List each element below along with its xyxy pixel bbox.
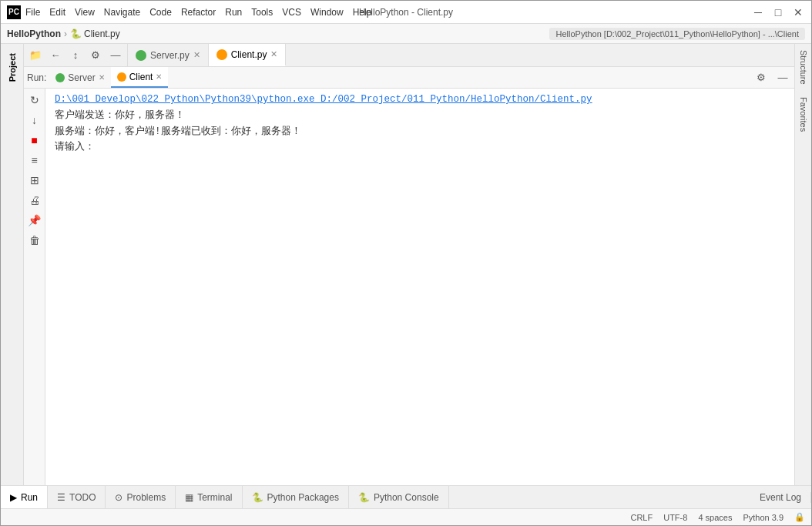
bottom-tab-terminal[interactable]: ▦ Terminal [176,486,242,508]
python-console-tab-label: Python Console [374,492,439,503]
back-icon-btn[interactable]: ← [47,47,64,64]
main-area: Project 📁 ← ↕ ⚙ — Server.py ✕ [1,44,811,485]
settings-icon-btn[interactable]: ⚙ [87,47,104,64]
status-bar: CRLF UTF-8 4 spaces Python 3.9 🔒 [1,508,811,525]
bottom-tab-run[interactable]: ▶ Run [1,486,48,508]
project-path-right: HelloPython [D:\002_Project\011_Python\H… [549,28,805,40]
client-run-close[interactable]: ✕ [156,72,162,81]
server-tab-icon [136,50,146,61]
tab-client-py[interactable]: Client.py ✕ [209,44,287,66]
output-path-link[interactable]: D:\001_Develop\022_Python\Python39\pytho… [55,94,592,105]
run-tab-server[interactable]: Server ✕ [49,67,110,88]
run-output: D:\001_Develop\022_Python\Python39\pytho… [45,89,794,485]
client-tab-close[interactable]: ✕ [270,49,277,59]
python-packages-tab-label: Python Packages [267,492,339,503]
expand-button[interactable]: ⊞ [26,172,43,189]
todo-icon: ☰ [57,492,65,503]
structure-tab[interactable]: Structure [797,44,810,91]
run-left-toolbar: ↻ ↓ ■ ≡ ⊞ 🖨 📌 🗑 [24,89,45,485]
indent-status[interactable]: 4 spaces [698,513,732,522]
run-panel: Run: Server ✕ Client ✕ ⚙ — [24,67,794,485]
app-logo: PC [7,5,21,19]
menu-tools[interactable]: Tools [251,7,273,18]
run-gear-icon[interactable]: ⚙ [753,69,770,86]
window-title: HelloPython - Client.py [359,7,453,18]
bottom-tab-todo[interactable]: ☰ TODO [48,486,106,508]
minimize-button[interactable]: ─ [751,5,765,19]
dash-icon-btn[interactable]: — [107,47,124,64]
server-tab-close[interactable]: ✕ [193,50,200,60]
server-run-close[interactable]: ✕ [99,73,105,82]
event-log-label: Event Log [760,492,801,503]
event-log-tab[interactable]: Event Log [750,492,811,503]
project-bar: HelloPython › 🐍 Client.py HelloPython [D… [1,24,811,44]
client-tab-label: Client.py [231,49,267,60]
breadcrumb-file-icon: 🐍 [70,28,82,39]
run-icon: ▶ [10,492,17,503]
terminal-icon: ▦ [185,492,193,503]
run-tab-label: Run [21,492,38,503]
run-tab-bar: Run: Server ✕ Client ✕ ⚙ — [24,67,794,89]
output-line-2: 客户端发送：你好，服务器！ [49,108,794,124]
run-label: Run: [27,72,46,83]
right-side-labels: Structure Favorites [794,44,811,485]
menu-file[interactable]: File [25,7,40,18]
wrap-button[interactable]: ≡ [26,152,43,169]
server-run-label: Server [68,72,95,83]
menu-view[interactable]: View [75,7,95,18]
menu-run[interactable]: Run [225,7,242,18]
menu-vcs[interactable]: VCS [282,7,301,18]
tab-server-py[interactable]: Server.py ✕ [128,44,209,66]
run-tab-client[interactable]: Client ✕ [111,67,169,88]
output-line-4: 请输入： [49,139,794,156]
bottom-tab-python-console[interactable]: 🐍 Python Console [349,486,449,508]
run-panel-gear-area: ⚙ — [753,69,791,86]
status-bar-right: CRLF UTF-8 4 spaces Python 3.9 🔒 [630,512,805,522]
client-tab-icon [216,49,227,60]
server-tab-label: Server.py [150,50,190,61]
tab-bar: 📁 ← ↕ ⚙ — Server.py ✕ Client.py ✕ [24,44,794,67]
menu-refactor[interactable]: Refactor [181,7,216,18]
menu-window[interactable]: Window [310,7,344,18]
window-controls: ─ □ ✕ [751,5,805,19]
run-panel-content: ↻ ↓ ■ ≡ ⊞ 🖨 📌 🗑 D:\001_Develop\022_Pytho… [24,89,794,485]
breadcrumb-project[interactable]: HelloPython [7,28,61,39]
pin-button[interactable]: 📌 [26,212,43,229]
print-button[interactable]: 🖨 [26,192,43,209]
output-line-1: D:\001_Develop\022_Python\Python39\pytho… [49,92,794,108]
scroll-down-button[interactable]: ↓ [26,112,43,129]
trash-button[interactable]: 🗑 [26,232,43,249]
left-sidebar: Project [1,44,24,485]
maximize-button[interactable]: □ [771,5,785,19]
encoding-status[interactable]: UTF-8 [663,513,687,522]
line-ending-status[interactable]: CRLF [630,513,653,522]
client-run-label: Client [129,72,153,82]
toolbar-icons: 📁 ← ↕ ⚙ — [24,44,128,66]
main-window: PC File Edit View Navigate Code Refactor… [0,0,812,526]
bottom-tab-bar: ▶ Run ☰ TODO ⊙ Problems ▦ Terminal 🐍 Pyt… [1,485,811,508]
stop-button[interactable]: ■ [26,132,43,149]
favorites-tab[interactable]: Favorites [797,91,810,138]
server-run-icon [55,73,65,82]
terminal-tab-label: Terminal [197,492,232,503]
sidebar-project-tab[interactable]: Project [5,47,20,88]
problems-tab-label: Problems [126,492,166,503]
problems-icon: ⊙ [115,492,122,503]
run-dash-icon[interactable]: — [774,69,791,86]
bottom-tab-problems[interactable]: ⊙ Problems [106,486,176,508]
menu-navigate[interactable]: Navigate [104,7,140,18]
forward-icon-btn[interactable]: ↕ [67,47,84,64]
todo-tab-label: TODO [69,492,96,503]
menu-code[interactable]: Code [149,7,172,18]
python-version-status[interactable]: Python 3.9 [743,513,783,522]
folder-icon-btn[interactable]: 📁 [27,47,44,64]
close-button[interactable]: ✕ [791,5,805,19]
lock-icon: 🔒 [794,512,805,522]
client-run-icon [117,72,126,82]
bottom-tab-python-packages[interactable]: 🐍 Python Packages [243,486,349,508]
title-bar: PC File Edit View Navigate Code Refactor… [1,1,811,24]
rerun-button[interactable]: ↻ [26,92,43,109]
python-console-icon: 🐍 [358,492,370,503]
menu-edit[interactable]: Edit [49,7,65,18]
breadcrumb-file[interactable]: Client.py [84,28,120,39]
